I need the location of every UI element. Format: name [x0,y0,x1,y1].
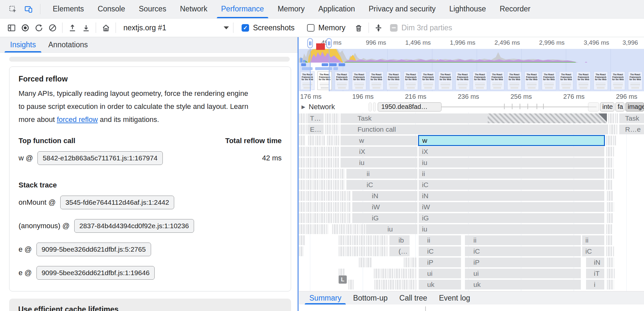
flame-event[interactable]: iu [419,224,604,234]
flame-event[interactable]: iC [346,180,417,190]
sidebar-tab-insights[interactable]: Insights [4,37,42,52]
flame-event[interactable]: ii [582,235,604,245]
flame-event[interactable]: iN [352,191,417,201]
flame-event[interactable]: iP [419,258,461,267]
stack-frame-location[interactable]: 9099-5bee326dd621dfbf.js:1:19646 [36,266,155,280]
reload-and-record-icon[interactable] [32,21,46,35]
filmstrip-thumbnail[interactable]: The React Framework for the Web [628,71,642,90]
filmstrip-thumbnail[interactable]: The React Framework for the Web [421,71,435,90]
tab-performance[interactable]: Performance [214,0,271,18]
filmstrip-thumbnail[interactable]: The React Framework for the Web [352,71,366,90]
details-tab-event-log[interactable]: Event log [433,291,476,304]
flame-event[interactable]: ui [465,269,581,278]
flame-event[interactable]: iW [419,202,604,212]
session-select[interactable]: nextjs.org #1 [123,23,229,32]
selection-handle-left[interactable] [307,38,313,48]
flame-event[interactable]: Function call [341,125,608,134]
stack-frame-location[interactable]: 9099-5bee326dd621dfbf.js:5:2765 [36,243,151,256]
network-request-tiny[interactable] [369,102,372,111]
network-request[interactable]: image [625,102,644,111]
stack-frame-location[interactable]: 2837-84b4d4394cd0f92e.js:1:10236 [74,219,194,233]
flame-event[interactable]: uk [419,280,461,289]
filmstrip-thumbnail[interactable]: The React Framework for the Web [404,71,418,90]
stack-frame-location[interactable]: 3545-fd6e7644112d46af.js:1:2442 [60,196,174,209]
filmstrip-thumbnail[interactable]: The React Framework for the Web [576,71,591,90]
flame-event[interactable]: iC [582,246,604,256]
tab-elements[interactable]: Elements [46,0,91,18]
flame-event[interactable]: Task [341,113,607,123]
flame-event[interactable]: ii [346,169,417,179]
overview-strip[interactable]: The React Framework for the WebThe React… [299,49,644,91]
tab-application[interactable]: Application [312,0,362,18]
flame-event[interactable]: ii [419,235,461,245]
filmstrip-thumbnail[interactable]: The React Framework for the Web [369,71,384,90]
forced-reflow-link[interactable]: forced reflow [57,115,98,124]
network-request-tiny[interactable] [373,102,376,111]
flame-event[interactable]: E… [307,125,324,134]
filmstrip-thumbnail[interactable]: The React Framework for the Web [611,71,625,90]
tab-recorder[interactable]: Recorder [493,0,538,18]
memory-toggle[interactable]: Memory [307,23,345,32]
dim-3rd-parties-checkbox[interactable] [390,24,398,32]
filmstrip-thumbnail[interactable]: The React Framework for the Web [455,71,470,90]
filmstrip-thumbnail[interactable]: The React Framework for the Web [386,71,401,90]
filmstrip-thumbnail[interactable]: The React Framework for the Web [317,71,332,90]
details-tab-bottom-up[interactable]: Bottom-up [347,291,393,304]
selection-window-edge[interactable] [329,49,329,91]
filmstrip-thumbnail[interactable]: The React Framework for the Web [525,71,539,90]
screenshots-checkbox[interactable]: ✓ [242,24,249,32]
network-request[interactable]: inte [600,102,614,111]
upload-profile-icon[interactable] [65,21,79,35]
flame-event[interactable]: iu [341,158,417,168]
flame-event[interactable]: Task [619,113,644,123]
flame-event[interactable]: ii [465,235,581,245]
home-icon[interactable] [99,21,113,35]
main-thread-flame-chart[interactable]: L T…TaskTaskE…Function callR…ewwiXiXiuiu… [299,112,644,291]
tab-memory[interactable]: Memory [271,0,312,18]
filmstrip-thumbnail[interactable]: The React Framework for the Web [507,71,522,90]
tab-console[interactable]: Console [91,0,132,18]
flame-event[interactable]: iG [419,213,604,223]
inspect-element-icon[interactable] [6,2,20,16]
network-request[interactable]: fa [615,102,624,111]
tab-privacy-and-security[interactable]: Privacy and security [362,0,442,18]
tab-sources[interactable]: Sources [132,0,173,18]
network-request[interactable]: 1950.dea8fad… [378,102,441,111]
filmstrip-thumbnail[interactable]: The React Framework for the Web [594,71,608,90]
dim-3rd-parties-toggle[interactable]: Dim 3rd parties [390,23,452,32]
network-request[interactable] [588,102,599,111]
screenshots-toggle[interactable]: ✓ Screenshots [242,23,295,32]
filmstrip-thumbnail[interactable]: The React Framework for the Web [559,71,573,90]
flame-event[interactable]: iT [586,269,604,278]
tab-lighthouse[interactable]: Lighthouse [442,0,493,18]
top-call-location[interactable]: 5842-e12b863a5c711761.js:1:167974 [37,151,162,165]
flame-event[interactable]: uk [465,280,581,289]
tab-network[interactable]: Network [173,0,214,18]
flame-event[interactable]: iX [341,147,417,156]
toggle-sidebar-icon[interactable] [5,21,18,35]
collapse-tracks-icon[interactable] [372,21,385,35]
download-profile-icon[interactable] [79,21,93,35]
flame-event[interactable]: ib [389,235,410,245]
flame-event[interactable]: iu [419,158,604,168]
forced-reflow-card[interactable]: Forced reflow Many APIs, typically readi… [9,67,291,291]
record-icon[interactable] [18,21,32,35]
network-track-label[interactable]: Network [309,103,335,111]
flame-event[interactable]: iC [419,246,461,256]
flame-event[interactable]: ii [419,169,604,179]
filmstrip-thumbnail[interactable]: The React Framework for the Web [300,71,315,90]
flame-event[interactable]: R…e [619,125,644,134]
collect-garbage-icon[interactable] [352,21,366,35]
filmstrip-thumbnail[interactable]: The React Framework for the Web [335,71,349,90]
cache-lifetimes-card[interactable]: Use efficient cache lifetimes [9,299,291,311]
selection-window-edge[interactable] [310,49,311,91]
details-tab-call-tree[interactable]: Call tree [394,291,433,304]
filmstrip-thumbnail[interactable]: The React Framework for the Web [490,71,504,90]
selection-handle-right[interactable] [326,38,332,48]
flame-event[interactable]: (… [389,246,410,256]
flame-event[interactable]: T… [307,113,324,123]
flame-event[interactable]: iG [352,213,417,223]
device-toolbar-icon[interactable] [21,2,35,16]
flame-event[interactable]: i [586,280,604,289]
flame-event[interactable]: iN [586,258,604,267]
